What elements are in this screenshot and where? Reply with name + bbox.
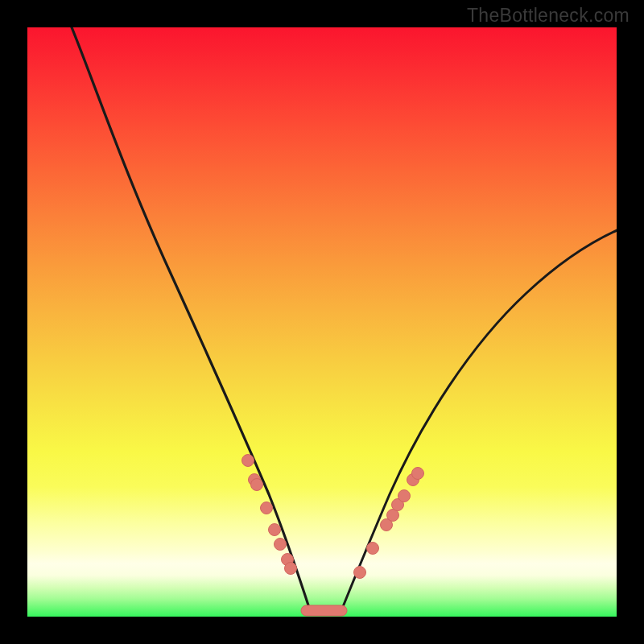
marker-dot [261, 502, 273, 514]
svg-rect-0 [301, 605, 347, 616]
chart-frame [27, 27, 617, 617]
curve-group [70, 27, 617, 613]
marker-group-right [354, 468, 424, 579]
marker-dot [367, 543, 379, 555]
marker-dot [251, 479, 263, 491]
marker-dot [285, 563, 297, 575]
watermark-text: TheBottleneck.com [467, 5, 630, 27]
marker-dot [275, 539, 287, 551]
marker-dot [354, 567, 366, 579]
bottom-bar [301, 605, 347, 616]
marker-dot [242, 455, 254, 467]
marker-group-left [242, 455, 297, 575]
marker-dot [269, 524, 281, 536]
chart-svg [27, 27, 617, 617]
marker-dot [398, 490, 411, 502]
marker-dot [412, 468, 424, 480]
bottleneck-curve-right [341, 229, 617, 613]
